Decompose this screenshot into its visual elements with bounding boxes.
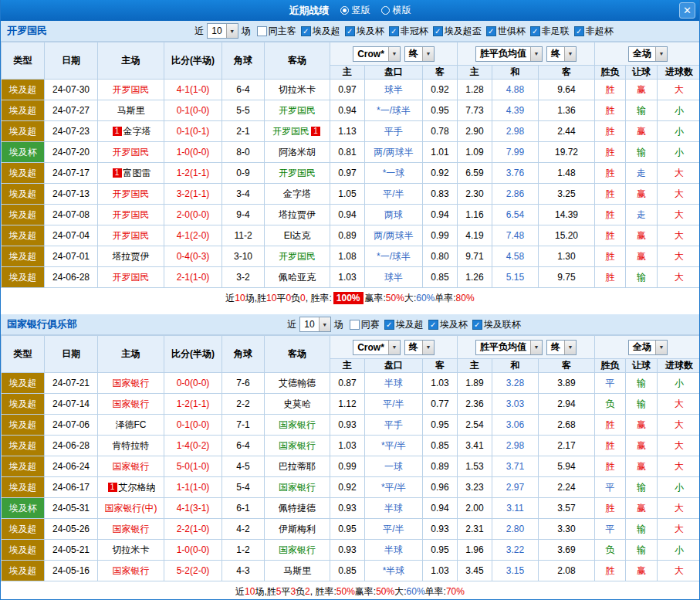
filter-item[interactable]: ✓埃及超 bbox=[384, 318, 424, 331]
filter-checkbox[interactable]: ✓ bbox=[433, 26, 443, 36]
league-type-cell: 埃及超 bbox=[2, 394, 45, 415]
result-cell: 胜 bbox=[595, 184, 626, 205]
date-cell: 24-06-24 bbox=[45, 456, 98, 477]
away-team-cell: 国家银行 bbox=[265, 477, 330, 498]
filter-item[interactable]: 同主客 bbox=[257, 25, 296, 38]
col-header-avg-home: 主 bbox=[458, 359, 492, 373]
avg-draw-cell: 5.15 bbox=[492, 267, 539, 288]
league-type-cell: 埃及超 bbox=[2, 100, 45, 121]
col-header-odds-away: 客 bbox=[423, 66, 458, 80]
team-section-1: 开罗国民 近 10 ▼ 场 同主客✓埃及超✓埃及杯✓非冠杯✓埃及超盃✓世俱杯✓非… bbox=[1, 21, 699, 308]
home-team-cell: 马斯里 bbox=[98, 100, 164, 121]
filter-item[interactable]: ✓埃及联杯 bbox=[472, 318, 521, 331]
dialog-title: 近期战绩 bbox=[289, 4, 330, 18]
filter-checkbox[interactable] bbox=[257, 26, 267, 36]
avg-stage-dropdown[interactable]: 终 ▼ bbox=[546, 46, 577, 62]
filter-checkbox[interactable]: ✓ bbox=[301, 26, 311, 36]
match-count-dropdown[interactable]: 10 ▼ bbox=[299, 317, 330, 332]
result-cell: 负 bbox=[595, 394, 626, 415]
date-cell: 24-06-28 bbox=[45, 436, 98, 456]
col-header-handicap: 盘口 bbox=[365, 66, 423, 80]
avg-type-dropdown[interactable]: 胜平负均值 ▼ bbox=[475, 46, 543, 62]
avg-home-cell: 1.26 bbox=[458, 267, 492, 288]
avg-home-cell: 2.31 bbox=[458, 519, 492, 540]
home-team-cell: 国家银行 bbox=[98, 561, 164, 581]
corner-cell: 4-3 bbox=[222, 561, 265, 581]
filter-item[interactable]: ✓埃及超盃 bbox=[433, 25, 482, 38]
date-cell: 24-07-27 bbox=[45, 100, 98, 121]
result-cell: 胜 bbox=[595, 456, 626, 477]
bookmaker-dropdown[interactable]: Crow* ▼ bbox=[353, 46, 401, 62]
home-team-cell: 国家银行(中) bbox=[98, 498, 164, 519]
home-team-cell: 开罗国民 bbox=[98, 225, 164, 246]
result-cell: 胜 bbox=[595, 415, 626, 436]
avg-type-dropdown[interactable]: 胜平负均值 ▼ bbox=[475, 340, 543, 355]
away-team-cell: 国家银行 bbox=[265, 415, 330, 436]
home-odds-cell: 0.92 bbox=[330, 477, 365, 498]
layout-radio-horizontal[interactable]: 横版 bbox=[381, 4, 411, 17]
handicap-cell: 一球 bbox=[365, 456, 423, 477]
team-name: 塔拉贾伊 bbox=[279, 209, 316, 220]
filter-item[interactable]: ✓非超杯 bbox=[574, 25, 614, 38]
match-count-dropdown[interactable]: 10 ▼ bbox=[207, 23, 238, 39]
corner-cell: 2-1 bbox=[222, 121, 265, 142]
avg-draw-cell: 2.80 bbox=[492, 519, 539, 540]
scope-dropdown[interactable]: 全场 ▼ bbox=[628, 340, 668, 355]
col-header-type: 类型 bbox=[2, 42, 45, 80]
corner-cell: 1-2 bbox=[222, 540, 265, 561]
filter-label: 埃及超盃 bbox=[445, 25, 482, 38]
avg-away-cell: 5.94 bbox=[539, 456, 595, 477]
filter-checkbox[interactable]: ✓ bbox=[345, 26, 355, 36]
match-row: 埃及超24-06-24国家银行5-0(1-0)4-5巴拉蒂耶0.99一球0.89… bbox=[2, 456, 700, 477]
filter-item[interactable]: ✓埃及杯 bbox=[428, 318, 468, 331]
date-cell: 24-07-20 bbox=[45, 142, 98, 163]
goals-cell: 大 bbox=[658, 184, 700, 205]
home-team-cell: 1富图雷 bbox=[98, 163, 164, 184]
result-cell: 胜 bbox=[595, 100, 626, 121]
team-name: 史莫哈 bbox=[283, 398, 311, 409]
filter-checkbox[interactable]: ✓ bbox=[389, 26, 399, 36]
filter-checkbox[interactable]: ✓ bbox=[574, 26, 584, 36]
summary-segment: 单率: bbox=[435, 292, 455, 305]
score-cell: 0-1(0-0) bbox=[164, 100, 222, 121]
red-card-badge: 1 bbox=[113, 168, 122, 178]
bookmaker-dropdown[interactable]: Crow* ▼ bbox=[353, 340, 401, 355]
filter-item[interactable]: ✓非足联 bbox=[530, 25, 570, 38]
filter-checkbox[interactable] bbox=[350, 320, 360, 330]
scope-dropdown[interactable]: 全场 ▼ bbox=[628, 46, 668, 62]
handicap-result-cell: 输 bbox=[626, 540, 658, 561]
away-team-cell: 佩哈亚克 bbox=[265, 267, 330, 288]
match-count-value: 10 bbox=[304, 319, 314, 330]
result-cell: 胜 bbox=[595, 163, 626, 184]
avg-away-cell: 3.69 bbox=[539, 540, 595, 561]
filter-item[interactable]: ✓非冠杯 bbox=[389, 25, 428, 38]
odds-stage-dropdown[interactable]: 终 ▼ bbox=[404, 340, 435, 355]
layout-radio-vertical[interactable]: 竖版 bbox=[340, 4, 370, 17]
filter-item[interactable]: ✓世俱杯 bbox=[486, 25, 526, 38]
home-team-cell: 国家银行 bbox=[98, 519, 164, 540]
match-row: 埃及超24-07-04开罗国民4-1(2-0)11-2El达克0.89两/两球半… bbox=[2, 225, 700, 246]
results-table: 类型 日期 主场 比分(半场) 角球 客场 Crow* ▼ 终 bbox=[1, 42, 700, 288]
away-team-cell: 金字塔 bbox=[265, 184, 330, 205]
date-cell: 24-07-13 bbox=[45, 184, 98, 205]
col-header-home: 主场 bbox=[98, 42, 164, 80]
filter-item[interactable]: ✓埃及杯 bbox=[345, 25, 384, 38]
filter-checkbox[interactable]: ✓ bbox=[486, 26, 496, 36]
filter-item[interactable]: 同赛 bbox=[350, 318, 380, 331]
avg-draw-cell: 7.99 bbox=[492, 142, 539, 163]
avg-away-cell: 2.17 bbox=[539, 436, 595, 456]
avg-away-cell: 9.75 bbox=[539, 267, 595, 288]
filter-checkbox[interactable]: ✓ bbox=[428, 320, 438, 330]
close-button[interactable]: ✕ bbox=[679, 2, 695, 19]
odds-stage-dropdown[interactable]: 终 ▼ bbox=[404, 46, 435, 62]
filter-checkbox[interactable]: ✓ bbox=[384, 320, 394, 330]
team-name: 国家银行 bbox=[113, 524, 150, 534]
filter-checkbox[interactable]: ✓ bbox=[472, 320, 482, 330]
date-cell: 24-07-30 bbox=[45, 80, 98, 100]
league-type-cell: 埃及超 bbox=[2, 477, 45, 498]
filter-checkbox[interactable]: ✓ bbox=[530, 26, 540, 36]
filter-item[interactable]: ✓埃及超 bbox=[301, 25, 340, 38]
avg-stage-dropdown[interactable]: 终 ▼ bbox=[546, 340, 577, 355]
avg-away-cell: 1.48 bbox=[539, 163, 595, 184]
summary-segment: 近 bbox=[225, 292, 235, 305]
